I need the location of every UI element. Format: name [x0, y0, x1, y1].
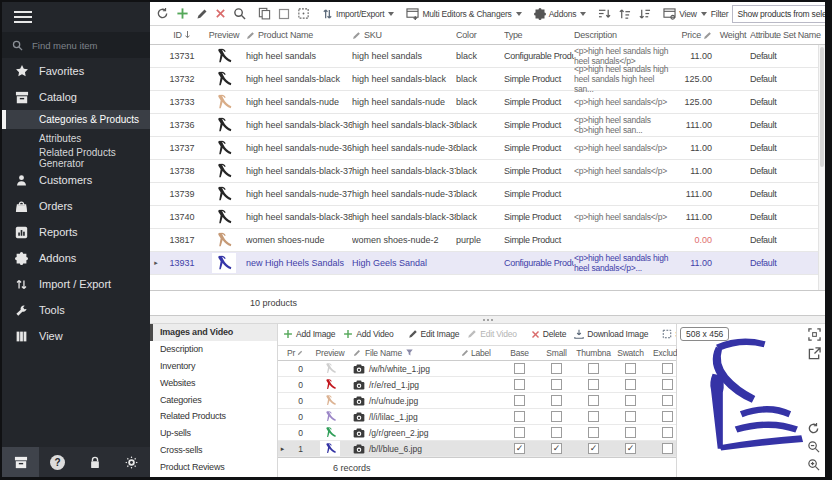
sidebar-item-customers[interactable]: Customers	[2, 167, 150, 193]
sidebar-item-view[interactable]: View	[2, 323, 150, 349]
column-header-weight[interactable]: Weight	[716, 30, 750, 40]
view-menu[interactable]: View	[660, 6, 709, 22]
swatch-checkbox[interactable]	[625, 395, 636, 406]
small-checkbox[interactable]	[551, 411, 562, 422]
base-checkbox[interactable]	[514, 379, 525, 390]
menu-search-input[interactable]	[30, 39, 130, 52]
swatch-checkbox[interactable]: ✓	[625, 443, 636, 454]
sort-az-button[interactable]	[595, 6, 614, 22]
column-header-sku[interactable]: SKU	[352, 30, 456, 40]
vertical-scrollbar[interactable]	[818, 45, 825, 290]
delete-product-button[interactable]	[212, 6, 229, 21]
detail-tab[interactable]: Description	[150, 341, 277, 358]
detail-tab[interactable]: Websites	[150, 374, 277, 391]
exclude-checkbox[interactable]	[662, 443, 673, 454]
product-row[interactable]: ▸ 13931 new High Heels Sandals High Geel…	[150, 252, 825, 275]
exclude-checkbox[interactable]	[662, 363, 673, 374]
paste-button[interactable]	[294, 5, 313, 22]
thumbnail-checkbox[interactable]	[588, 427, 599, 438]
rotate-button[interactable]	[807, 422, 820, 435]
detail-tab[interactable]: Product Reviews	[150, 458, 277, 475]
column-header-id[interactable]: ID	[162, 30, 202, 40]
column-header-price[interactable]: Price	[674, 30, 716, 40]
column-header-pr[interactable]: Pr	[287, 348, 307, 358]
sidebar-item-categories-products[interactable]: Categories & Products	[2, 110, 150, 129]
base-checkbox[interactable]	[514, 411, 525, 422]
copy-button[interactable]	[255, 5, 274, 22]
sidebar-item-related-products-generator[interactable]: Related Products Generator	[2, 148, 150, 167]
column-header-base[interactable]: Base	[501, 348, 538, 358]
detail-tab[interactable]: Inventory	[150, 358, 277, 375]
download-image-button[interactable]: Download Image	[571, 327, 651, 341]
detail-tab[interactable]: Cross-sells	[150, 442, 277, 459]
small-checkbox[interactable]	[551, 363, 562, 374]
column-header-small[interactable]: Small	[538, 348, 575, 358]
product-row[interactable]: 13736 high heel sandals-black-36 high he…	[150, 114, 825, 137]
store-button[interactable]	[2, 447, 39, 477]
multi-editors-menu[interactable]: Multi Editors & Changers	[403, 6, 524, 22]
image-row[interactable]: 0 /l/i/lilac_1.jpg	[278, 409, 676, 425]
thumbnail-checkbox[interactable]: ✓	[588, 443, 599, 454]
exclude-checkbox[interactable]	[662, 395, 673, 406]
detail-tab[interactable]: Related Products	[150, 408, 277, 425]
refresh-button[interactable]	[153, 5, 172, 22]
swatch-checkbox[interactable]	[625, 379, 636, 390]
sort-desc-button[interactable]	[635, 6, 654, 22]
detail-tab[interactable]: Up-sells	[150, 425, 277, 442]
sidebar-item-tools[interactable]: Tools	[2, 297, 150, 323]
product-row[interactable]: 13740 high heel sandals-black-38 high he…	[150, 206, 825, 229]
base-checkbox[interactable]	[514, 427, 525, 438]
column-header-thumbnail[interactable]: Thumbna	[575, 348, 612, 358]
column-header-label[interactable]: Label	[461, 348, 501, 358]
column-header-preview[interactable]: Preview	[202, 30, 246, 40]
base-checkbox[interactable]	[514, 395, 525, 406]
small-checkbox[interactable]	[551, 427, 562, 438]
product-row[interactable]: 13817 women shoes-nude women shoes-nude-…	[150, 229, 825, 252]
search-button[interactable]	[230, 5, 249, 22]
swatch-checkbox[interactable]	[625, 363, 636, 374]
column-header-swatch[interactable]: Swatch	[612, 348, 649, 358]
sidebar-item-catalog[interactable]: Catalog	[2, 84, 150, 110]
sidebar-item-favorites[interactable]: Favorites	[2, 58, 150, 84]
zoom-out-button[interactable]	[807, 440, 820, 453]
select-button[interactable]	[275, 6, 293, 22]
edit-video-button[interactable]: Edit Video	[464, 327, 520, 341]
detail-tab[interactable]: Images and Video	[150, 324, 277, 341]
zoom-in-button[interactable]	[807, 458, 820, 471]
small-checkbox[interactable]	[551, 379, 562, 390]
delete-image-button[interactable]: Delete	[528, 327, 569, 341]
exclude-checkbox[interactable]	[662, 379, 673, 390]
add-image-button[interactable]: Add Image	[280, 327, 338, 341]
image-row[interactable]: 0 /g/r/green_2.jpg	[278, 425, 676, 441]
filter-select[interactable]: Show products from selected categories	[732, 5, 825, 23]
product-row[interactable]: 13732 high heel sandals-black high heel …	[150, 68, 825, 91]
sidebar-item-attributes[interactable]: Attributes	[2, 129, 150, 148]
product-row[interactable]: 13733 high heel sandals-nude high heel s…	[150, 91, 825, 114]
scrollbar-thumb[interactable]	[820, 47, 824, 167]
horizontal-splitter[interactable]	[150, 316, 825, 324]
add-video-button[interactable]: Add Video	[340, 327, 396, 341]
lock-button[interactable]	[76, 447, 113, 477]
sidebar-item-orders[interactable]: Orders	[2, 193, 150, 219]
column-header-attribute-set[interactable]: Attribute Set Name	[750, 30, 825, 40]
image-row[interactable]: 0 /n/u/nude.jpg	[278, 393, 676, 409]
swatch-checkbox[interactable]	[625, 411, 636, 422]
exclude-checkbox[interactable]	[662, 427, 673, 438]
small-checkbox[interactable]	[551, 395, 562, 406]
swatch-checkbox[interactable]	[625, 427, 636, 438]
help-button[interactable]: ?	[39, 447, 76, 477]
detail-tab[interactable]: Categories	[150, 391, 277, 408]
thumbnail-checkbox[interactable]	[588, 379, 599, 390]
thumbnail-checkbox[interactable]	[588, 395, 599, 406]
sort-asc-button[interactable]	[615, 6, 634, 22]
exclude-checkbox[interactable]	[662, 411, 673, 422]
column-header-product-name[interactable]: Product Name	[246, 30, 352, 40]
edit-product-button[interactable]	[193, 6, 211, 22]
sidebar-item-import-export[interactable]: Import / Export	[2, 271, 150, 297]
open-external-button[interactable]	[808, 347, 821, 360]
settings-button[interactable]	[113, 447, 150, 477]
import-export-menu[interactable]: Import/Export	[319, 6, 397, 22]
fit-to-window-button[interactable]	[808, 328, 821, 341]
product-row[interactable]: 13739 high heel sandals-nude-37 high hee…	[150, 183, 825, 206]
column-header-preview[interactable]: Preview	[307, 348, 353, 358]
